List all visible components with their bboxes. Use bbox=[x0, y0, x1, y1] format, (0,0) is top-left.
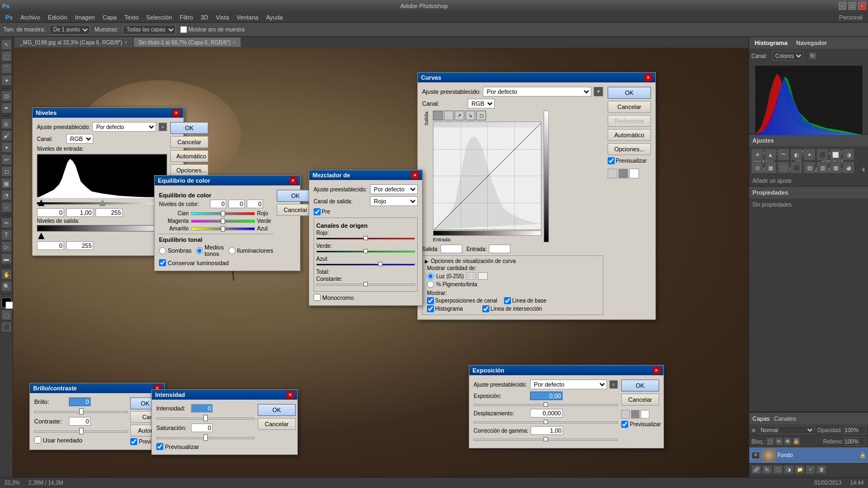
adj-threshold[interactable]: ▥ bbox=[816, 162, 828, 174]
saturacion-thumb[interactable] bbox=[203, 434, 208, 441]
desp-thumb[interactable] bbox=[544, 420, 548, 424]
menu-vista[interactable]: Vista bbox=[213, 13, 232, 22]
layer-link-btn[interactable]: 🔗 bbox=[751, 465, 761, 474]
eq-cyan-thumb[interactable] bbox=[221, 211, 225, 216]
channels-tab[interactable]: Canales bbox=[774, 415, 796, 422]
curves-auto-button[interactable]: Automático bbox=[608, 129, 651, 141]
niveles-input-slider[interactable] bbox=[37, 200, 167, 207]
tool-history[interactable]: ↩ bbox=[1, 154, 12, 165]
show-ring-checkbox[interactable] bbox=[180, 26, 187, 33]
eq-level-1[interactable] bbox=[210, 200, 226, 208]
exp-thumb[interactable] bbox=[544, 402, 548, 407]
tool-spot-heal[interactable]: ◎ bbox=[1, 118, 12, 129]
intensidad-input[interactable] bbox=[191, 404, 213, 413]
curves-close[interactable]: × bbox=[644, 74, 652, 81]
saturacion-input[interactable] bbox=[191, 423, 213, 432]
tool-brush[interactable]: 🖌 bbox=[1, 130, 12, 141]
tool-selection[interactable]: ⬚ bbox=[1, 51, 12, 62]
eq-sombras-label[interactable]: Sombras bbox=[159, 244, 192, 257]
curves-preview-label[interactable]: Previsualizar bbox=[608, 157, 651, 164]
exp-input[interactable] bbox=[530, 391, 563, 400]
output-min-field[interactable] bbox=[37, 241, 64, 250]
eq-level-3[interactable] bbox=[247, 200, 263, 208]
curves-grid-small[interactable] bbox=[466, 272, 476, 280]
histogram-refresh[interactable]: ↻ bbox=[809, 52, 816, 60]
eq-magenta-thumb[interactable] bbox=[221, 219, 225, 224]
eq-ilum-label[interactable]: Iluminaciones bbox=[228, 244, 273, 257]
intensidad-ok-button[interactable]: OK bbox=[258, 404, 296, 416]
curves-display-header[interactable]: ▶ Opciones de visualización de curva bbox=[425, 258, 601, 264]
curves-histogram-label[interactable]: Histograma bbox=[427, 305, 481, 312]
curves-eyedropper-gray[interactable] bbox=[618, 169, 628, 178]
mezclador-mono-cb[interactable] bbox=[314, 294, 321, 301]
curves-eyedropper-white[interactable] bbox=[629, 169, 639, 178]
minimize-button[interactable]: − bbox=[839, 2, 846, 10]
layer-adj-btn[interactable]: ◑ bbox=[784, 465, 794, 474]
adj-channel-mixer[interactable]: ▦ bbox=[764, 162, 776, 174]
curves-tool-5[interactable]: ◻ bbox=[476, 111, 486, 120]
curves-tool-3[interactable]: ↗ bbox=[455, 111, 464, 120]
output-max-field[interactable] bbox=[66, 241, 93, 250]
close-button[interactable]: × bbox=[858, 2, 866, 10]
menu-capa[interactable]: Capa bbox=[99, 13, 120, 22]
intensidad-thumb[interactable] bbox=[203, 415, 208, 421]
tool-eyedropper[interactable]: ✒ bbox=[1, 102, 12, 113]
exp-preset-select[interactable]: Por defecto bbox=[530, 380, 607, 389]
curves-intersection-label[interactable]: Línea de intersección bbox=[482, 305, 558, 312]
menu-seleccion[interactable]: Selección bbox=[143, 13, 176, 22]
tool-move[interactable]: ↖ bbox=[1, 39, 12, 50]
curves-baseline-label[interactable]: Línea de base bbox=[504, 297, 558, 304]
rojo-thumb[interactable] bbox=[363, 236, 368, 240]
eq-magenta-track[interactable] bbox=[191, 220, 255, 223]
menu-archivo[interactable]: Archivo bbox=[17, 13, 43, 22]
adj-brightness[interactable]: ☀ bbox=[751, 149, 763, 160]
const-thumb[interactable] bbox=[363, 282, 368, 286]
brillo-preview-cb[interactable] bbox=[130, 438, 137, 445]
eq-amarillo-thumb[interactable] bbox=[221, 226, 225, 232]
lock-position[interactable]: ✥ bbox=[784, 438, 792, 445]
mezclador-preview-cb[interactable] bbox=[314, 208, 321, 215]
curves-channel-overlays-label[interactable]: Superposiciones de canal bbox=[427, 297, 503, 304]
adj-bw[interactable]: ◑ bbox=[843, 149, 854, 160]
gamma-input[interactable] bbox=[531, 426, 563, 435]
curves-eyedropper-black[interactable] bbox=[608, 169, 617, 178]
layers-tab[interactable]: Capas bbox=[752, 415, 770, 422]
adj-vibrance[interactable]: ✦ bbox=[803, 149, 815, 160]
adj-photo-filter[interactable]: ◎ bbox=[751, 162, 763, 174]
curves-tool-pencil[interactable] bbox=[433, 111, 443, 120]
exp-cancel-button[interactable]: Cancelar bbox=[621, 394, 659, 406]
tool-shape[interactable]: ▬ bbox=[1, 253, 12, 264]
opacity-input[interactable] bbox=[844, 426, 866, 434]
exp-preview-cb[interactable] bbox=[621, 421, 628, 428]
adj-gradient-map[interactable]: ▦ bbox=[829, 162, 841, 174]
curves-grid-large[interactable] bbox=[478, 272, 488, 280]
tab-1-close[interactable]: × bbox=[124, 40, 127, 45]
verde-thumb[interactable] bbox=[363, 249, 368, 253]
tool-eraser[interactable]: ◻ bbox=[1, 166, 12, 177]
niveles-auto-button[interactable]: Automático bbox=[170, 150, 208, 162]
intensidad-cancel-button[interactable]: Cancelar bbox=[258, 418, 296, 430]
tool-zoom[interactable]: 🔍 bbox=[1, 281, 12, 292]
tab-1[interactable]: _MG_0198.jpg al 33,3% (Capa 6, RGB/8*) × bbox=[15, 37, 132, 47]
intensidad-preview-label[interactable]: Previsualizar bbox=[156, 443, 254, 450]
azul-thumb[interactable] bbox=[378, 262, 382, 266]
input-max-field[interactable] bbox=[95, 208, 123, 217]
eq-level-2[interactable] bbox=[228, 200, 245, 208]
eq-amarillo-track[interactable] bbox=[191, 227, 255, 230]
exp-eyedropper-3[interactable] bbox=[641, 410, 649, 419]
exp-eyedropper-2[interactable] bbox=[631, 410, 640, 419]
exp-preview-label[interactable]: Previsualizar bbox=[621, 421, 659, 428]
layer-delete-btn[interactable]: 🗑 bbox=[816, 465, 826, 474]
adj-hue[interactable]: ⬛ bbox=[816, 149, 828, 160]
curves-output-input[interactable] bbox=[441, 245, 462, 253]
histogram-tab[interactable]: Histograma bbox=[752, 38, 790, 47]
curves-input-input[interactable] bbox=[489, 245, 510, 253]
menu-ayuda[interactable]: Ayuda bbox=[263, 13, 286, 22]
samples-select[interactable]: Todas las capas bbox=[123, 25, 176, 35]
size-select[interactable]: De 1 punto bbox=[49, 25, 90, 35]
niveles-output-slider[interactable] bbox=[37, 233, 167, 240]
menu-filtro[interactable]: Filtro bbox=[176, 13, 196, 22]
adj-color-lookup[interactable]: ⬚ bbox=[777, 162, 789, 174]
menu-imagen[interactable]: Imagen bbox=[72, 13, 98, 22]
eq-sombras-radio[interactable] bbox=[159, 247, 166, 254]
